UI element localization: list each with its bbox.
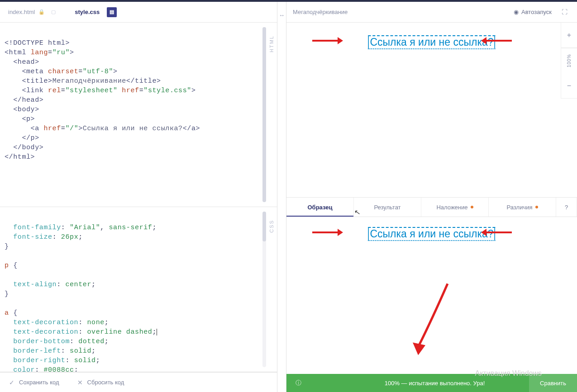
tab-result[interactable]: Результат bbox=[354, 198, 421, 217]
tab-diff[interactable]: Различия bbox=[489, 198, 556, 217]
compare-button[interactable]: Сравнить bbox=[529, 374, 577, 392]
result-tabs: Образец Результат Наложение Различия ? bbox=[286, 197, 577, 217]
css-label: CSS bbox=[269, 220, 274, 233]
tab-index-html[interactable]: index.html 🔒 ▢ bbox=[0, 2, 67, 23]
expand-icon: ⛶ bbox=[562, 9, 567, 15]
play-icon: ◉ bbox=[514, 9, 519, 15]
check-icon: ✓ bbox=[9, 379, 14, 386]
tab-label: index.html bbox=[8, 9, 35, 15]
resize-icon: ↔ bbox=[279, 12, 285, 19]
active-tab-icon[interactable]: ▤ bbox=[107, 7, 117, 17]
preview-header: Мегаподчёркивание ◉ Автозапуск ⛶ bbox=[286, 2, 577, 23]
preview-link: Ссылка я или не ссылка? bbox=[368, 35, 495, 49]
tab-sample[interactable]: Образец bbox=[286, 198, 354, 217]
html-editor[interactable]: HTML <!DOCTYPE html> <html lang="ru"> <h… bbox=[0, 23, 277, 207]
tab-help[interactable]: ? bbox=[556, 198, 577, 217]
status-bar: ⓘ 100% — испытание выполнено. Ура! Сравн… bbox=[286, 374, 577, 392]
annotation-arrow-icon bbox=[311, 228, 343, 237]
scrollbar[interactable] bbox=[262, 212, 266, 367]
zoom-controls: + 100% − bbox=[561, 23, 577, 99]
tab-overlay[interactable]: Наложение bbox=[421, 198, 489, 217]
zoom-out-button[interactable]: − bbox=[561, 73, 577, 99]
tab-label: style.css bbox=[75, 9, 100, 15]
html-label: HTML bbox=[269, 35, 274, 52]
svg-marker-7 bbox=[481, 229, 486, 236]
annotation-arrow-icon bbox=[405, 279, 459, 362]
cross-icon: ✕ bbox=[77, 379, 83, 386]
preview-title: Мегаподчёркивание bbox=[293, 9, 507, 15]
preview-area: + 100% − Ссылка я или не ссылка? bbox=[286, 23, 577, 197]
sample-area: Ссылка я или не ссылка? bbox=[286, 217, 577, 374]
expand-button[interactable]: ⛶ bbox=[558, 6, 571, 19]
status-message: 100% — испытание выполнено. Ура! bbox=[301, 380, 568, 387]
zoom-in-button[interactable]: + bbox=[561, 23, 577, 48]
css-editor[interactable]: CSS font-family: "Arial", sans-serif; fo… bbox=[0, 207, 277, 372]
tab-style-css[interactable]: style.css ▤ bbox=[67, 2, 125, 23]
save-button[interactable]: ✓ Сохранить код bbox=[0, 373, 68, 392]
annotation-arrow-icon bbox=[481, 228, 513, 237]
autorun-button[interactable]: ◉ Автозапуск bbox=[514, 9, 552, 15]
svg-marker-5 bbox=[338, 229, 343, 236]
close-icon[interactable]: ▢ bbox=[48, 7, 58, 17]
scrollbar[interactable] bbox=[262, 27, 266, 202]
zoom-level[interactable]: 100% bbox=[561, 48, 577, 73]
svg-marker-1 bbox=[338, 37, 343, 44]
dot-icon bbox=[471, 206, 473, 208]
reset-button[interactable]: ✕ Сбросить код bbox=[68, 373, 134, 392]
file-tabs: index.html 🔒 ▢ style.css ▤ bbox=[0, 2, 277, 23]
annotation-arrow-icon bbox=[481, 36, 513, 45]
lock-icon: 🔒 bbox=[38, 9, 45, 15]
svg-marker-8 bbox=[413, 342, 425, 355]
panel-divider[interactable]: ↔ bbox=[277, 2, 286, 392]
annotation-arrow-icon bbox=[311, 36, 343, 45]
sample-link: Ссылка я или не ссылка? bbox=[368, 227, 495, 241]
dot-icon bbox=[535, 206, 538, 208]
svg-marker-3 bbox=[481, 37, 486, 44]
editor-toolbar: ✓ Сохранить код ✕ Сбросить код bbox=[0, 372, 277, 392]
info-icon: ⓘ bbox=[296, 379, 301, 387]
